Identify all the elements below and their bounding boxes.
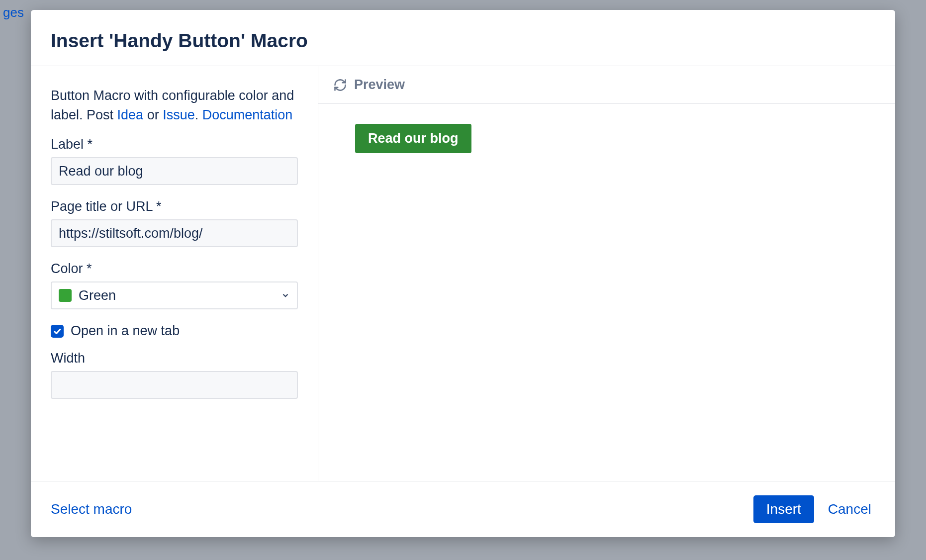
idea-link[interactable]: Idea [117,107,144,122]
preview-heading: Preview [354,77,405,93]
url-field-label: Page title or URL * [51,199,298,214]
width-input[interactable] [51,371,298,399]
label-input[interactable] [51,157,298,185]
color-swatch [59,289,72,302]
preview-header: Preview [318,66,895,104]
width-field-group: Width [51,351,298,399]
dialog-title: Insert 'Handy Button' Macro [51,30,875,52]
preview-rendered-button[interactable]: Read our blog [355,124,471,153]
background-partial-text: ges [0,2,27,23]
desc-period: . [195,107,202,122]
label-field-label: Label * [51,137,298,152]
newtab-checkbox[interactable] [51,325,64,338]
dialog-body: Button Macro with configurable color and… [31,66,895,481]
footer-actions: Insert Cancel [753,495,875,523]
newtab-label: Open in a new tab [71,323,180,339]
preview-body: Read our blog [318,104,895,481]
dialog-header: Insert 'Handy Button' Macro [31,10,895,66]
insert-button[interactable]: Insert [753,495,814,523]
color-selected-name: Green [79,288,281,303]
url-input[interactable] [51,219,298,247]
color-select[interactable]: Green [51,281,298,309]
preview-panel: Preview Read our blog [318,66,895,481]
newtab-field-group: Open in a new tab [51,323,298,339]
select-macro-link[interactable]: Select macro [51,501,132,517]
issue-link[interactable]: Issue [163,107,195,122]
label-field-group: Label * [51,137,298,185]
config-panel: Button Macro with configurable color and… [31,66,318,481]
width-field-label: Width [51,351,298,366]
color-field-group: Color * Green [51,261,298,309]
refresh-icon[interactable] [333,78,347,92]
chevron-down-icon [281,291,290,300]
cancel-button[interactable]: Cancel [824,495,875,523]
macro-description: Button Macro with configurable color and… [51,86,298,125]
desc-or: or [143,107,163,122]
documentation-link[interactable]: Documentation [202,107,293,122]
check-icon [53,327,62,336]
dialog-footer: Select macro Insert Cancel [31,481,895,537]
color-field-label: Color * [51,261,298,277]
macro-insert-dialog: Insert 'Handy Button' Macro Button Macro… [31,10,895,537]
url-field-group: Page title or URL * [51,199,298,247]
